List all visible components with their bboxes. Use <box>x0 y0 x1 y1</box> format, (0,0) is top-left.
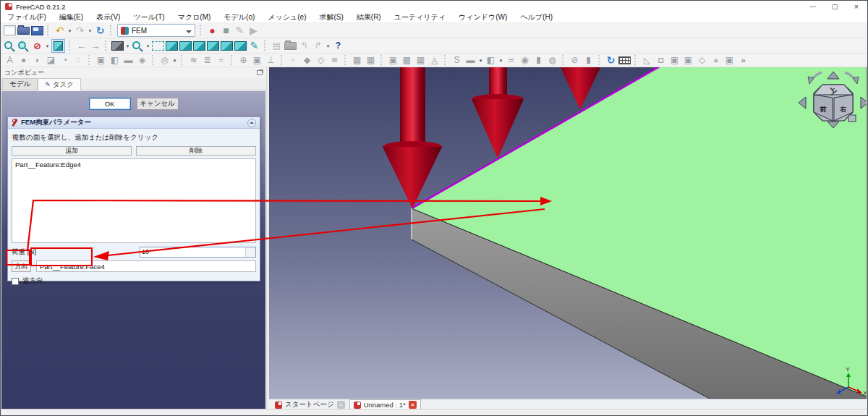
float-panel-icon[interactable] <box>257 70 263 75</box>
fem-result-button[interactable]: ▣ <box>682 54 694 67</box>
close-button[interactable]: × <box>846 1 867 12</box>
menu-item[interactable]: ウィンドウ(W) <box>452 12 514 22</box>
navcube-mini-cube[interactable] <box>848 115 856 122</box>
direction-button[interactable]: 方向 <box>12 260 31 272</box>
fem-tool-button[interactable]: ◗ <box>31 54 43 67</box>
refresh-button[interactable]: ↻ <box>94 25 106 37</box>
view-rear-button[interactable] <box>207 41 219 51</box>
minimize-button[interactable]: — <box>802 1 824 12</box>
close-tab-icon[interactable] <box>409 401 417 409</box>
macro-play-button[interactable]: ▶ <box>247 25 260 37</box>
fem-constraint-button[interactable]: ◇ <box>315 54 327 67</box>
menu-item[interactable]: 編集(E) <box>53 12 90 22</box>
fem-constraint-button[interactable]: ≋ <box>328 54 341 67</box>
fem-constraint-button[interactable]: ◆ <box>301 54 313 67</box>
macro-edit-button[interactable]: ✎ <box>234 25 246 37</box>
fem-tool-button[interactable]: ◍ <box>546 54 558 67</box>
fem-constraint-button[interactable]: ⊕ <box>237 54 250 67</box>
link-import-button[interactable]: ↰ <box>298 40 310 52</box>
link-export-button[interactable]: ↱ <box>312 40 324 52</box>
menu-item[interactable]: モデル(o) <box>217 12 261 22</box>
menu-item[interactable]: 表示(V) <box>90 12 127 22</box>
menu-item[interactable]: メッシュ(e) <box>261 12 312 22</box>
direction-field[interactable]: Part__Feature:Face4 <box>36 260 256 272</box>
view-top-button[interactable] <box>179 41 192 51</box>
fem-result-button[interactable]: ◇ <box>696 54 708 67</box>
add-button[interactable]: 追加 <box>12 146 132 156</box>
mesh-grid-button[interactable] <box>618 56 631 64</box>
fit-selection-button[interactable] <box>17 41 30 51</box>
view-left-button[interactable] <box>234 41 247 51</box>
fem-result-button[interactable]: ◺ <box>641 54 653 67</box>
remove-button[interactable]: 削除 <box>136 146 256 156</box>
tab-task[interactable]: ✎ タスク <box>38 78 81 90</box>
fem-constraint-button[interactable]: ◦ <box>287 54 299 67</box>
close-tab-icon[interactable] <box>337 401 345 409</box>
fem-solver-button[interactable]: S <box>451 54 463 67</box>
zoom-tools-button[interactable] <box>132 41 144 51</box>
menu-item[interactable]: 結果(R) <box>350 12 388 22</box>
fem-tool-button[interactable]: ● <box>17 54 30 67</box>
fem-tool-button[interactable]: ▮ <box>582 54 595 67</box>
fem-constraint-button[interactable]: ≋ <box>187 54 200 67</box>
fem-tool-button[interactable]: ◉ <box>519 54 531 67</box>
fem-mesh-button[interactable]: ▦ <box>365 54 377 67</box>
reference-list[interactable]: Part__Feature:Edge4 <box>12 158 256 243</box>
fem-tool-button[interactable]: ▣ <box>95 54 107 67</box>
list-item[interactable]: Part__Feature:Edge4 <box>12 160 255 169</box>
view-front-button[interactable] <box>166 41 178 51</box>
fem-constraint-button[interactable]: ≣ <box>201 54 213 67</box>
workbench-selector[interactable]: FEM <box>117 24 195 37</box>
link-copy-button[interactable]: ▤ <box>271 40 283 52</box>
tab-model[interactable]: モデル <box>2 78 38 90</box>
new-file-button[interactable] <box>4 25 16 35</box>
overflow-chevron[interactable]: » <box>710 54 722 67</box>
menu-item[interactable]: ツール(T) <box>127 12 171 22</box>
fem-mesh-button[interactable]: ▦ <box>414 54 427 67</box>
fem-result-button[interactable]: ◘ <box>655 54 667 67</box>
fem-tool-button[interactable]: ◧ <box>109 54 121 67</box>
isometric-view-button[interactable] <box>51 39 65 53</box>
fem-tool-button[interactable]: ▣ <box>723 54 736 67</box>
fem-tool-button[interactable]: ◧ <box>485 54 497 67</box>
load-value[interactable]: 10 <box>140 247 246 257</box>
fem-tool-button[interactable]: ◈ <box>136 54 148 67</box>
measure-button[interactable]: ✎ <box>248 40 260 52</box>
solver-refresh-button[interactable]: ↻ <box>605 54 617 67</box>
view-right-button[interactable] <box>193 41 205 51</box>
menu-item[interactable]: ユーティリティ <box>388 12 452 22</box>
menu-item[interactable]: マクロ(M) <box>171 12 218 22</box>
fem-tool-button[interactable]: ▮ <box>532 54 545 67</box>
fem-tool-button[interactable]: ≍ <box>505 54 517 67</box>
spin-down-icon[interactable] <box>246 252 255 258</box>
redo-button[interactable]: ↷ <box>74 25 86 37</box>
axonometric-view-button[interactable] <box>152 41 164 51</box>
fem-tool-button[interactable]: ◌ <box>72 54 85 67</box>
macro-record-button[interactable]: ● <box>206 25 218 37</box>
whats-this-button[interactable]: ? <box>332 40 344 52</box>
collapse-chevron-icon[interactable] <box>247 119 256 127</box>
nav-back-button[interactable]: ← <box>75 40 88 52</box>
menu-item[interactable]: ヘルプ(H) <box>514 12 559 22</box>
fem-constraint-button[interactable]: ▣ <box>251 54 263 67</box>
draw-style-button[interactable] <box>111 41 124 51</box>
load-spinbox[interactable]: 10 <box>140 247 256 258</box>
fem-mesh-button[interactable]: ▣ <box>387 54 399 67</box>
fem-mesh-button[interactable]: ▦ <box>351 54 363 67</box>
3d-viewport[interactable]: 上 前 右 Y X <box>269 67 867 399</box>
menu-item[interactable]: ファイル(F) <box>1 12 53 22</box>
fit-all-button[interactable] <box>4 41 16 51</box>
view-bottom-button[interactable] <box>221 41 233 51</box>
cancel-button[interactable]: キャンセル <box>137 98 179 110</box>
fem-tool-button[interactable]: ◔ <box>59 54 71 67</box>
maximize-button[interactable]: ▢ <box>824 1 846 12</box>
fem-tool-button[interactable]: ▬ <box>122 54 135 67</box>
menu-item[interactable]: 求解(S) <box>312 12 349 22</box>
nav-forward-button[interactable]: → <box>89 40 101 52</box>
fem-tool-button[interactable]: ▬ <box>464 54 477 67</box>
reverse-checkbox[interactable] <box>12 278 19 285</box>
clipping-plane-button[interactable]: ⊘ <box>31 40 43 52</box>
folder-button[interactable] <box>284 42 297 50</box>
ok-button[interactable]: OK <box>89 98 131 110</box>
overflow-chevron[interactable]: » <box>737 54 749 67</box>
